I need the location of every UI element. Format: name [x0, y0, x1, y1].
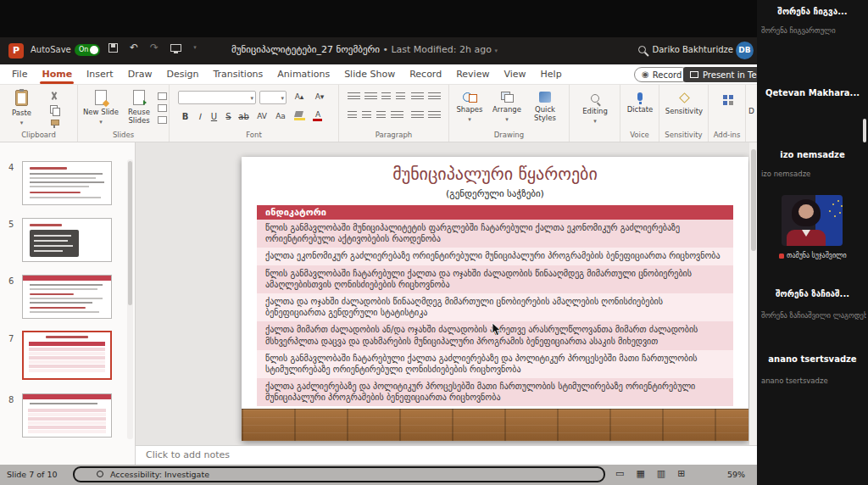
document-title[interactable]: მუნიციპალიტეტები_27 ნოემბერი • Last Modi… [212, 44, 517, 55]
participant-name[interactable]: შორენა ჩიგვა... [757, 7, 868, 16]
highlight-color-icon[interactable] [294, 111, 306, 120]
tab-help[interactable]: Help [541, 69, 562, 80]
font-name-combo[interactable]: ▾ [178, 91, 256, 104]
participant-name[interactable]: izo nemsadze [757, 150, 868, 159]
new-slide-button[interactable]: New Slide ▾ [83, 90, 119, 125]
participant-video[interactable] [782, 195, 843, 246]
bullets-icon[interactable] [348, 92, 360, 102]
user-name[interactable]: Dariko Bakhturidze [653, 45, 733, 54]
designer-partial-label[interactable]: D [748, 107, 754, 115]
cut-icon[interactable] [49, 92, 60, 101]
tab-insert[interactable]: Insert [86, 69, 114, 80]
save-icon[interactable] [108, 43, 118, 53]
slide-thumbnail-4[interactable] [22, 161, 112, 205]
table-row[interactable]: ქალთა და ოჯახში ძალადობის წინააღმდეგ მიმ… [257, 293, 733, 321]
tab-transitions[interactable]: Transitions [213, 69, 263, 80]
grow-font-button[interactable]: A▴ [290, 91, 309, 103]
quick-styles-button[interactable]: Quick Styles [527, 92, 563, 122]
customize-toolbar-caret-icon[interactable]: ▾ [193, 45, 197, 51]
character-spacing-button[interactable]: AV [253, 110, 270, 123]
smartart-convert-icon[interactable] [428, 111, 441, 120]
text-direction-icon[interactable] [428, 92, 441, 102]
tab-slide-show[interactable]: Slide Show [344, 69, 395, 80]
participant-name[interactable]: anano tsertsvadze [757, 354, 868, 364]
line-spacing-icon[interactable] [411, 92, 424, 102]
slide-layout-icon[interactable] [158, 92, 167, 100]
numbering-icon[interactable] [364, 92, 377, 102]
table-row[interactable]: წლის განმავლობაში ჩატარებული ქალთა და ოჯ… [257, 265, 733, 293]
tab-home[interactable]: Home [42, 69, 72, 80]
slide-subtitle[interactable]: (გენდერული საჭზები) [242, 188, 748, 199]
record-button[interactable]: ◉ Record [634, 67, 689, 82]
addins-button[interactable] [717, 94, 739, 106]
undo-icon[interactable]: ↶ [130, 42, 138, 53]
tab-draw[interactable]: Draw [128, 69, 153, 80]
align-right-icon[interactable] [376, 111, 386, 120]
autosave-toggle[interactable]: On [75, 44, 100, 56]
tab-animations[interactable]: Animations [277, 69, 330, 80]
display-settings-icon[interactable] [170, 44, 181, 52]
tab-view[interactable]: View [504, 69, 526, 80]
align-center-icon[interactable] [362, 111, 371, 120]
participant-name[interactable]: Qetevan Makhara... [757, 88, 868, 98]
text-shadow-button[interactable]: ab [236, 110, 252, 123]
justify-icon[interactable] [391, 111, 403, 120]
notes-pane[interactable]: Click to add notes [136, 445, 757, 465]
font-size-combo[interactable]: ▾ [259, 91, 287, 104]
columns-icon[interactable] [411, 111, 424, 120]
underline-button[interactable]: U [207, 110, 221, 123]
present-in-teams-button[interactable]: Present in Team [683, 67, 757, 82]
avatar[interactable]: DB [736, 42, 754, 59]
slide-sorter-view-icon[interactable]: ▦ [636, 468, 644, 479]
table-row[interactable]: ქალთა გაძლიერებაზე და პოლიტიკურ პროცესებ… [257, 378, 733, 406]
font-color-icon[interactable]: A [312, 110, 324, 120]
indicator-table[interactable]: ინდიკატორი წლის განმავლობაში მუნიციპალიტ… [257, 205, 733, 406]
increase-indent-icon[interactable] [396, 92, 405, 102]
slide-canvas[interactable]: მუნიციპალური წყაროები (გენდერული საჭზები… [242, 157, 748, 441]
slide-thumbnail-8[interactable] [22, 393, 112, 438]
format-painter-icon[interactable] [49, 119, 60, 128]
canvas-scrollbar[interactable] [749, 142, 757, 445]
slideshow-view-icon[interactable]: ⊞ [677, 468, 685, 479]
dictate-button[interactable]: Dictate [624, 92, 656, 114]
tab-file[interactable]: File [12, 69, 27, 80]
thumbnail-scrollbar[interactable] [127, 159, 133, 439]
tab-design[interactable]: Design [166, 69, 198, 80]
shapes-button[interactable]: Shapes ▾ [453, 92, 487, 123]
editing-button[interactable]: Editing ▾ [578, 93, 612, 125]
copy-icon[interactable] [49, 105, 60, 114]
italic-button[interactable]: I [192, 110, 207, 123]
arrange-button[interactable]: Arrange ▾ [488, 92, 526, 123]
reuse-slides-button[interactable]: Reuse Slides [120, 90, 158, 125]
panel-scrollbar[interactable] [863, 119, 866, 142]
zoom-level[interactable]: 59% [727, 470, 745, 479]
drawing-group-label: Drawing [449, 131, 569, 139]
align-left-icon[interactable] [348, 111, 357, 120]
bold-button[interactable]: B [178, 110, 192, 123]
tab-record[interactable]: Record [409, 69, 442, 80]
shrink-font-button[interactable]: A▾ [310, 91, 329, 103]
strikethrough-button[interactable]: S [221, 110, 236, 123]
reading-view-icon[interactable]: ▥ [657, 468, 665, 479]
table-row[interactable]: ქალთა ეკონომიკურ გაძლიერებაზე ორიენტირებ… [257, 248, 733, 265]
slide-thumbnail-5[interactable] [22, 218, 112, 262]
reset-slide-icon[interactable] [158, 104, 167, 112]
tab-review[interactable]: Review [456, 69, 489, 80]
redo-icon[interactable]: ↷ [150, 42, 159, 53]
change-case-button[interactable]: Aa [272, 110, 289, 123]
search-icon[interactable] [638, 46, 646, 53]
table-row[interactable]: წლის განმავლობაში ჩატარებული ქალთა გაძლი… [257, 350, 733, 378]
ribbon: Paste ▾ Clipboard New Slide ▾ [0, 85, 757, 142]
slide-thumbnail-7-selected[interactable] [22, 331, 112, 380]
sensitivity-button[interactable]: Sensitivity [665, 92, 704, 115]
accessibility-status[interactable]: Accessibility: Investigate [110, 470, 209, 479]
section-icon[interactable] [158, 116, 167, 124]
normal-view-icon[interactable]: ▭ [615, 468, 624, 479]
slide-title[interactable]: მუნიციპალური წყაროები [242, 164, 748, 184]
thumbnail-number: 8 [8, 395, 14, 404]
table-row[interactable]: წლის განმავლობაში მუნიციპალიტეტის ფარგლე… [257, 220, 733, 248]
decrease-indent-icon[interactable] [381, 92, 391, 102]
paste-button[interactable]: Paste ▾ [12, 90, 31, 126]
slide-thumbnail-6[interactable] [22, 275, 112, 319]
participant-name[interactable]: შორენა ზაჩიაშ... [757, 289, 868, 298]
